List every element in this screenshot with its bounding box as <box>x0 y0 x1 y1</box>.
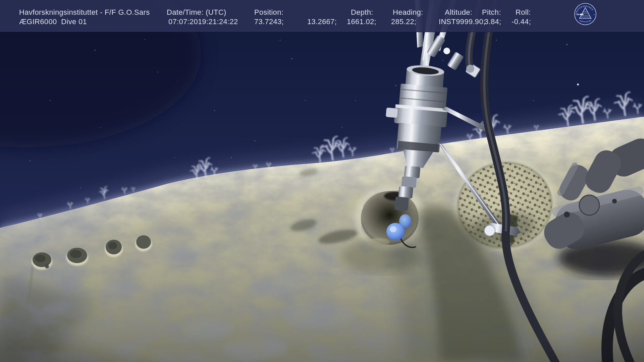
position-lat: 73.7243; <box>254 17 284 26</box>
position-lon: 13.2667; <box>307 17 337 26</box>
telemetry-overlay-bar: Havforskningsinstituttet - F/F G.O.Sars … <box>0 0 644 32</box>
org-title: Havforskningsinstituttet - F/F G.O.Sars <box>19 8 150 17</box>
position-label: Position: <box>254 8 283 17</box>
rov-video-frame: Havforskningsinstituttet - F/F G.O.Sars … <box>0 0 644 362</box>
depth-value: 1661.02; <box>347 17 376 26</box>
vehicle-dive-id: ÆGIR6000 Dive 01 <box>19 17 87 26</box>
pitch-value: 3.84; <box>484 17 501 26</box>
heading-label: Heading: <box>393 8 423 17</box>
depth-label: Depth: <box>351 8 373 17</box>
institute-logo: HAVFORSKNINGS INSTITUTTET <box>574 3 596 25</box>
underwater-scene <box>0 0 644 362</box>
roll-value: -0.44; <box>512 17 531 26</box>
datetime-label: Date/Time: (UTC) <box>167 8 226 17</box>
altitude-value: INST9999.90; <box>439 17 485 26</box>
datetime-value: 07:07:2019:21:24:22 <box>168 17 238 26</box>
altitude-label: Altitude: <box>445 8 472 17</box>
heading-value: 285.22; <box>391 17 417 26</box>
pitch-label: Pitch: <box>482 8 501 17</box>
roll-label: Roll: <box>516 8 531 17</box>
vignette <box>0 0 644 362</box>
